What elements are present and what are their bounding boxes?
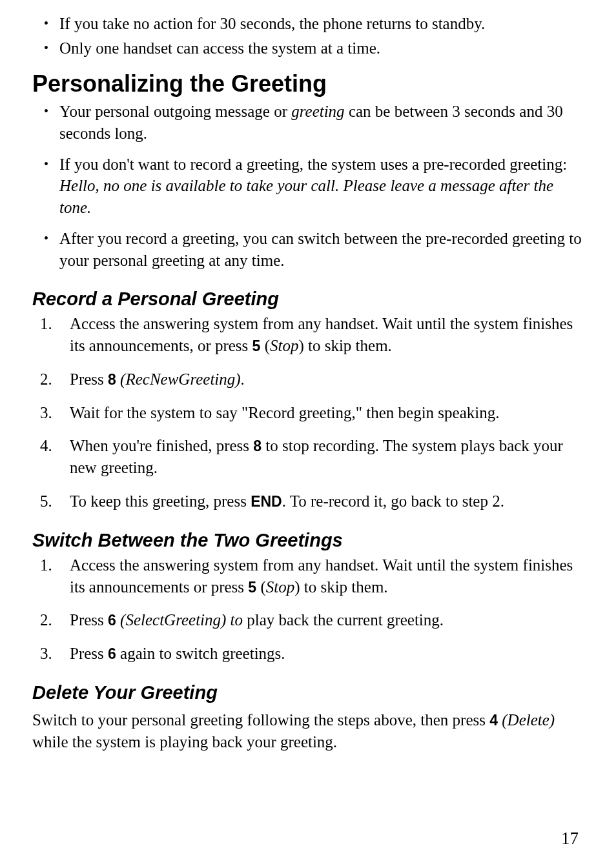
list-item: To keep this greeting, press END. To re-… — [32, 490, 584, 512]
key-label: 4 — [489, 712, 498, 729]
text-italic: (Delete) — [502, 711, 555, 729]
list-item: Your personal outgoing message or greeti… — [44, 101, 584, 145]
heading-personalizing: Personalizing the Greeting — [32, 68, 584, 100]
text-italic: Stop — [270, 337, 298, 354]
list-item: Press 8 (RecNewGreeting). — [32, 368, 584, 390]
text: If you take no action for 30 seconds, th… — [59, 15, 485, 32]
text: ) to skip them. — [298, 337, 391, 354]
text-italic: greeting — [291, 103, 344, 120]
text: again to switch greetings. — [116, 645, 285, 662]
text: . — [241, 370, 245, 388]
key-label: 6 — [108, 645, 116, 662]
text-italic: (SelectGreeting) to — [120, 611, 243, 629]
heading-switch: Switch Between the Two Greetings — [32, 528, 584, 553]
text: . To re-record it, go back to step 2. — [282, 492, 504, 510]
greeting-notes-list: Your personal outgoing message or greeti… — [44, 101, 584, 271]
text-italic: Stop — [266, 578, 294, 596]
text: Press — [70, 611, 108, 629]
text: Switch to your personal greeting followi… — [32, 711, 489, 729]
list-item: Only one handset can access the system a… — [44, 37, 584, 59]
text: Press — [70, 370, 108, 388]
list-item: Access the answering system from any han… — [32, 554, 584, 598]
list-item: If you take no action for 30 seconds, th… — [44, 13, 584, 35]
text: To keep this greeting, press — [70, 492, 251, 510]
text: When you're finished, press — [70, 437, 253, 454]
list-item: When you're finished, press 8 to stop re… — [32, 435, 584, 479]
list-item: Wait for the system to say "Record greet… — [32, 402, 584, 424]
list-item: After you record a greeting, you can swi… — [44, 228, 584, 272]
delete-paragraph: Switch to your personal greeting followi… — [32, 709, 584, 753]
text-italic: Hello, no one is available to take your … — [59, 177, 553, 216]
text: while the system is playing back your gr… — [32, 733, 337, 751]
key-label: 5 — [248, 579, 256, 596]
key-label: 8 — [253, 438, 262, 454]
key-label: 8 — [108, 371, 116, 388]
text: ) to skip them. — [294, 578, 387, 596]
text: ( — [256, 578, 266, 596]
heading-delete: Delete Your Greeting — [32, 680, 584, 705]
text: play back the current greeting. — [243, 611, 444, 629]
text: Only one handset can access the system a… — [59, 39, 380, 57]
list-item: Access the answering system from any han… — [32, 313, 584, 357]
key-label: 5 — [252, 338, 261, 354]
list-item: Press 6 (SelectGreeting) to play back th… — [32, 609, 584, 631]
list-item: If you don't want to record a greeting, … — [44, 154, 584, 219]
record-steps-list: Access the answering system from any han… — [32, 313, 584, 512]
list-item: Press 6 again to switch greetings. — [32, 643, 584, 665]
key-label: END — [251, 493, 282, 510]
text: If you don't want to record a greeting, … — [59, 156, 567, 173]
text: Press — [70, 645, 108, 662]
top-notes-list: If you take no action for 30 seconds, th… — [44, 13, 584, 59]
text: ( — [260, 337, 270, 354]
heading-record: Record a Personal Greeting — [32, 287, 584, 312]
switch-steps-list: Access the answering system from any han… — [32, 554, 584, 665]
text: Wait for the system to say "Record greet… — [70, 404, 499, 421]
key-label: 6 — [108, 612, 116, 629]
text: After you record a greeting, you can swi… — [59, 230, 582, 269]
text-italic: (RecNewGreeting) — [120, 370, 241, 388]
text: Your personal outgoing message or — [59, 103, 291, 120]
page-number: 17 — [561, 827, 579, 850]
